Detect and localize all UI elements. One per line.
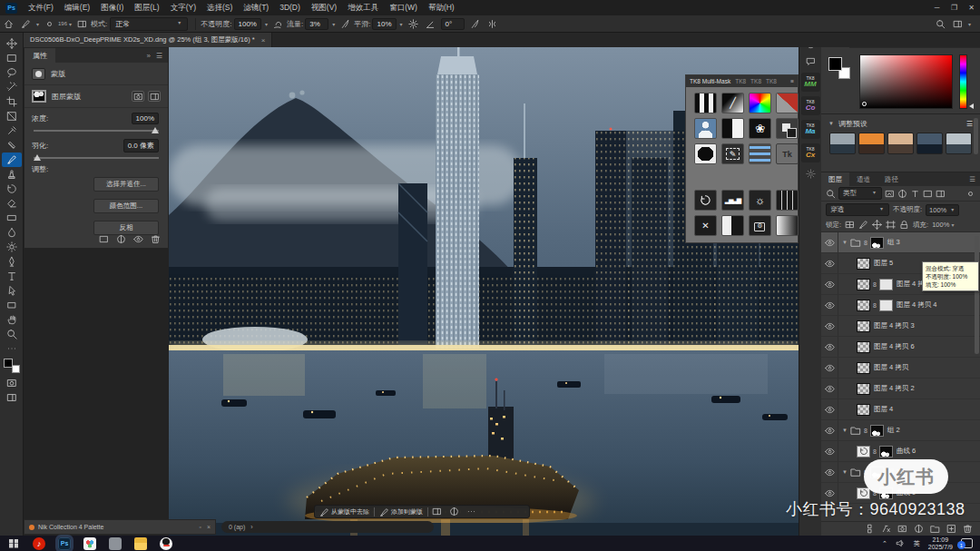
menu-8[interactable]: 视图(V) (306, 3, 342, 14)
visibility-eye-icon[interactable] (821, 399, 838, 419)
layer-mask-thumbnail[interactable] (32, 90, 46, 103)
layer-row-9[interactable]: ▼8组 2 (821, 420, 980, 441)
nik-restore-icon[interactable]: ▫ (199, 524, 201, 530)
preset-5[interactable] (946, 133, 972, 154)
tk8-stripes-button[interactable] (694, 93, 717, 113)
pressure-opacity-icon[interactable] (338, 17, 352, 31)
layer-style-fx-icon[interactable] (881, 524, 891, 534)
quick-mask-button[interactable] (2, 376, 22, 390)
flow-value[interactable]: 3% (305, 18, 328, 30)
tk8-half-split-button[interactable] (721, 215, 744, 236)
group-mask-thumbnail[interactable] (870, 237, 884, 249)
layer-thumbnail[interactable] (857, 383, 870, 395)
mask-option-icon[interactable] (430, 505, 444, 518)
search-filter-icon[interactable] (826, 189, 836, 199)
tk8-tab-4[interactable]: TK8 (766, 78, 777, 84)
brush-tool[interactable] (2, 153, 22, 167)
hue-slider[interactable] (959, 54, 967, 109)
eraser-tool[interactable] (2, 196, 22, 211)
menu-4[interactable]: 文字(Y) (165, 3, 201, 14)
lock-pixels-icon[interactable] (858, 220, 868, 230)
symmetry-icon[interactable] (485, 17, 499, 31)
lock-position-icon[interactable] (872, 220, 882, 230)
select-and-mask-button[interactable]: 选择并遮住... (93, 177, 159, 192)
qq-app[interactable] (160, 537, 172, 550)
layer-row-5[interactable]: 图层 4 拷贝 6 (821, 337, 980, 358)
preset-2[interactable] (858, 133, 885, 154)
feather-slider[interactable] (34, 157, 159, 159)
tk8-brightness-button[interactable]: ☼ (749, 190, 771, 211)
layer-thumbnail[interactable] (857, 341, 870, 353)
tk8-tk-logo-button[interactable]: Tk (776, 143, 799, 164)
input-language-indicator[interactable]: 英 (914, 539, 920, 548)
density-slider[interactable] (34, 130, 159, 132)
tk8-tab-3[interactable]: TK8 (750, 78, 761, 84)
layer-row-7[interactable]: 图层 4 拷贝 2 (821, 379, 980, 399)
select-mask-icon[interactable] (132, 91, 144, 102)
saturation-picker[interactable] (859, 54, 953, 109)
type-tool[interactable] (2, 269, 22, 283)
layer-opacity-value[interactable]: 100%▾ (926, 204, 959, 216)
shape-tool[interactable] (2, 298, 22, 312)
expand-chevron-icon[interactable]: ▼ (842, 428, 848, 433)
tk8-person-button[interactable] (694, 118, 717, 139)
clone-stamp-tool[interactable] (2, 167, 22, 182)
subtract-from-mask-button[interactable]: 从蒙版中去除 (315, 507, 374, 517)
taskbar-clock[interactable]: 21:09 2025/7/9 (928, 536, 953, 551)
hand-tool[interactable] (2, 312, 22, 327)
tk8-tab-2[interactable]: TK8 (735, 78, 746, 84)
add-to-mask-button[interactable]: 添加到蒙版 (375, 507, 427, 517)
status-chevron-icon[interactable]: › (250, 524, 252, 530)
nik-close-icon[interactable]: × (207, 524, 211, 530)
file-explorer-app[interactable] (134, 537, 147, 550)
visibility-eye-icon[interactable] (821, 420, 838, 440)
dodge-tool[interactable] (2, 240, 22, 254)
link-layers-icon[interactable] (865, 524, 875, 534)
tab-layers-menu-icon[interactable]: ☰ (962, 172, 980, 186)
tk8-vignette-button[interactable] (694, 143, 717, 164)
history-brush-tool[interactable] (2, 182, 22, 196)
tab-layers-0[interactable]: 图层 (821, 172, 849, 186)
lasso-tool[interactable] (2, 65, 22, 80)
expand-chevron-icon[interactable]: ▼ (842, 240, 848, 245)
visibility-eye-icon[interactable] (821, 462, 838, 482)
new-group-icon[interactable] (930, 524, 940, 534)
expand-chevron-icon[interactable]: ▼ (842, 469, 848, 475)
add-mask-icon[interactable] (897, 524, 907, 534)
tab-layers-2[interactable]: 路径 (877, 172, 906, 186)
crop-tool[interactable] (2, 94, 22, 109)
dock-tk8-co-button[interactable]: TK8Co (801, 96, 820, 115)
panel-menu-icon[interactable]: ☰ (156, 52, 162, 60)
layer-mask-thumbnail[interactable] (879, 279, 893, 290)
home-icon[interactable] (2, 17, 15, 31)
lock-all-icon[interactable] (899, 220, 909, 230)
tk8-bw-split-button[interactable] (721, 118, 744, 139)
frame-tool[interactable] (2, 109, 22, 123)
gradient-tool[interactable] (2, 211, 22, 225)
tk8-curves-button[interactable] (694, 190, 717, 211)
load-selection-icon[interactable] (99, 234, 109, 244)
lock-artboard-icon[interactable] (886, 220, 896, 230)
mask-link-icon[interactable] (148, 91, 161, 102)
close-icon[interactable]: ✕ (963, 0, 980, 15)
layer-thumbnail[interactable] (857, 320, 870, 332)
brush-tip-icon[interactable] (43, 17, 56, 31)
visibility-eye-icon[interactable] (821, 274, 838, 294)
smoothing-gear-icon[interactable] (407, 17, 420, 31)
layer-mask-thumbnail[interactable] (879, 300, 893, 311)
tk8-rainbow-button[interactable] (749, 93, 771, 113)
new-layer-icon[interactable] (946, 524, 956, 534)
brush-panel-toggle-icon[interactable] (75, 17, 89, 31)
tk8-select-edit-button[interactable] (721, 143, 744, 164)
brush-angle-value[interactable]: 0° (441, 18, 465, 30)
group-mask-thumbnail[interactable] (870, 425, 884, 437)
netease-music-app[interactable]: ♪ (33, 537, 45, 550)
visibility-eye-icon[interactable] (821, 316, 838, 336)
visibility-eye-icon[interactable] (821, 337, 838, 357)
filter-shape-icon[interactable] (923, 189, 933, 199)
tk8-copy-squares-button[interactable] (776, 118, 799, 139)
presets-scrollbar[interactable] (974, 118, 978, 154)
document-tab[interactable]: DSC0506B-DxO_DeepPRIME XD2s_XD.dng @ 25%… (24, 33, 272, 47)
tk8-flower-button[interactable]: ❀ (749, 118, 771, 139)
filter-type-select[interactable]: 类型▾ (838, 187, 882, 200)
